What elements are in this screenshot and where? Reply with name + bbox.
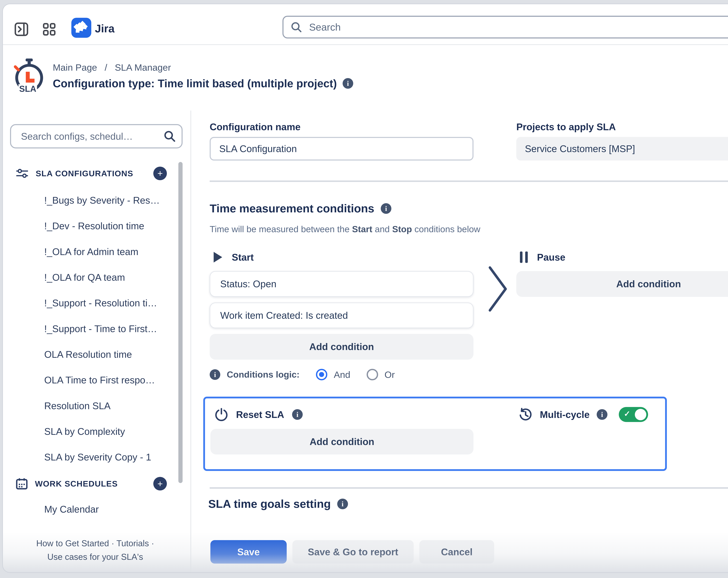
time-conditions-title: Time measurement conditions i bbox=[210, 202, 391, 215]
config-name-input[interactable] bbox=[210, 137, 473, 160]
global-search[interactable] bbox=[283, 16, 728, 39]
multi-cycle-label: Multi-cycle bbox=[540, 409, 590, 420]
app-switcher-button[interactable] bbox=[42, 22, 56, 36]
breadcrumb: Main Page / SLA Manager bbox=[53, 62, 171, 73]
multi-cycle-info-icon[interactable]: i bbox=[597, 409, 607, 420]
start-condition-card[interactable]: Work item Created: Is created bbox=[210, 303, 473, 328]
sidebar-item[interactable]: OLA Resolution time bbox=[44, 349, 180, 361]
power-icon bbox=[215, 408, 228, 421]
sidebar-expand-icon bbox=[14, 22, 29, 36]
jira-logo-icon[interactable] bbox=[71, 18, 91, 38]
footer-link-tutorials[interactable]: Tutorials bbox=[116, 538, 149, 548]
sidebar-item[interactable]: SLA by Complexity bbox=[44, 426, 180, 438]
app-grid-icon bbox=[43, 23, 56, 36]
play-icon bbox=[213, 251, 223, 263]
sidebar-section-sla-configurations: SLA CONFIGURATIONS + bbox=[16, 166, 167, 180]
start-add-condition-button[interactable]: Add condition bbox=[210, 334, 473, 359]
svg-text:SLA: SLA bbox=[19, 84, 36, 93]
subtitle-text: Time will be measured between the bbox=[210, 224, 352, 234]
app-stage: Jira + Create ? NL SL bbox=[0, 0, 728, 578]
sidebar-item[interactable]: SLA by Severity Copy - 1 bbox=[44, 452, 180, 464]
footer-link-use-cases[interactable]: Use cases for your SLA's bbox=[47, 552, 143, 561]
projects-select[interactable]: Service Customers [MSP] ✕ bbox=[516, 137, 728, 160]
start-condition-card[interactable]: Status: Open bbox=[210, 271, 473, 297]
breadcrumb-sla-manager[interactable]: SLA Manager bbox=[115, 62, 171, 73]
projects-label: Projects to apply SLA bbox=[516, 121, 616, 133]
sidebar-item[interactable]: !_OLA for QA team bbox=[44, 272, 180, 284]
title-info-icon[interactable]: i bbox=[343, 78, 353, 89]
pause-add-condition-button[interactable]: Add condition bbox=[516, 271, 728, 297]
sidebar-item[interactable]: !_OLA for Admin team bbox=[44, 246, 180, 258]
reset-sla-label: Reset SLA bbox=[236, 409, 284, 420]
goals-title: SLA time goals setting i bbox=[208, 497, 348, 510]
flow-chevron-icon bbox=[488, 266, 508, 312]
reset-sla-header: Reset SLA i bbox=[215, 407, 303, 422]
sidebar-toggle-button[interactable] bbox=[14, 21, 29, 37]
breadcrumb-main-page[interactable]: Main Page bbox=[53, 62, 97, 73]
conditions-logic-label: Conditions logic: bbox=[227, 370, 300, 380]
radio-and-label: And bbox=[334, 369, 350, 380]
add-schedule-button[interactable]: + bbox=[153, 477, 167, 491]
subtitle-text: and bbox=[372, 224, 392, 234]
sidebar-item[interactable]: Resolution SLA bbox=[44, 400, 180, 412]
sidebar-search[interactable] bbox=[10, 124, 183, 148]
footer-link-get-started[interactable]: How to Get Started bbox=[36, 538, 109, 548]
subtitle-stop: Stop bbox=[392, 224, 412, 234]
page-title-text: Configuration type: Time limit based (mu… bbox=[53, 77, 337, 90]
radio-or-label: Or bbox=[385, 369, 395, 380]
start-label: Start bbox=[232, 252, 254, 263]
section-divider bbox=[210, 487, 728, 489]
radio-or[interactable] bbox=[367, 369, 378, 380]
pause-icon bbox=[519, 251, 528, 263]
save-button[interactable]: Save bbox=[210, 540, 287, 564]
toggle-knob bbox=[635, 409, 646, 420]
search-icon bbox=[291, 21, 302, 33]
breadcrumb-separator: / bbox=[105, 62, 107, 73]
cancel-button[interactable]: Cancel bbox=[419, 540, 494, 564]
pause-label: Pause bbox=[537, 252, 565, 263]
time-conditions-subtitle: Time will be measured between the Start … bbox=[210, 224, 480, 234]
sidebar-item[interactable]: !_Support - Resolution ti… bbox=[44, 298, 180, 309]
reset-add-condition-button[interactable]: Add condition bbox=[210, 429, 473, 454]
sidebar-item[interactable]: !_Support - Time to First… bbox=[44, 323, 180, 335]
time-conditions-info-icon[interactable]: i bbox=[381, 203, 391, 214]
goals-title-text: SLA time goals setting bbox=[208, 497, 331, 510]
sidebar-item[interactable]: OLA Time to First respo… bbox=[44, 375, 180, 386]
global-search-input[interactable] bbox=[308, 21, 710, 34]
sidebar-item[interactable]: !_Bugs by Severity - Res… bbox=[44, 195, 180, 207]
multi-cycle-toggle[interactable]: ✓ bbox=[619, 407, 648, 422]
config-name-label: Configuration name bbox=[210, 121, 301, 133]
section-label: WORK SCHEDULES bbox=[35, 479, 146, 488]
topbar-divider bbox=[3, 44, 728, 45]
calendar-icon bbox=[16, 478, 28, 490]
conditions-logic-row: i Conditions logic: And Or bbox=[210, 367, 405, 382]
time-conditions-title-text: Time measurement conditions bbox=[210, 202, 374, 215]
search-icon bbox=[164, 130, 176, 142]
projects-select-value: Service Customers [MSP] bbox=[525, 143, 728, 154]
footer-dot: · bbox=[111, 538, 114, 548]
multi-cycle-header: Multi-cycle i ✓ bbox=[519, 407, 648, 422]
goals-info-icon[interactable]: i bbox=[337, 499, 348, 509]
section-label: SLA CONFIGURATIONS bbox=[36, 169, 146, 178]
page-title: Configuration type: Time limit based (mu… bbox=[53, 77, 353, 90]
sidebar-scrollbar[interactable] bbox=[178, 162, 183, 483]
pause-column-header: Pause bbox=[519, 251, 565, 263]
sidebar-footer: How to Get Started · Tutorials · Use cas… bbox=[0, 536, 190, 563]
subtitle-start: Start bbox=[352, 224, 372, 234]
footer-dot: · bbox=[151, 538, 154, 548]
history-icon bbox=[519, 407, 533, 422]
sidebar-search-input[interactable] bbox=[20, 130, 164, 143]
sidebar-item[interactable]: !_Dev - Resolution time bbox=[44, 220, 180, 232]
reset-sla-info-icon[interactable]: i bbox=[292, 409, 303, 420]
section-divider bbox=[210, 180, 728, 182]
sidebar-section-work-schedules: WORK SCHEDULES + bbox=[16, 477, 167, 491]
toggle-check-icon: ✓ bbox=[624, 409, 630, 418]
add-configuration-button[interactable]: + bbox=[153, 167, 167, 180]
radio-and[interactable] bbox=[316, 369, 327, 380]
sidebar-divider bbox=[190, 110, 191, 572]
sidebar-item[interactable]: My Calendar bbox=[44, 504, 180, 516]
logic-info-icon[interactable]: i bbox=[210, 369, 220, 380]
subtitle-text: conditions below bbox=[412, 224, 480, 234]
save-go-report-button[interactable]: Save & Go to report bbox=[292, 540, 414, 564]
sliders-icon bbox=[16, 168, 29, 179]
